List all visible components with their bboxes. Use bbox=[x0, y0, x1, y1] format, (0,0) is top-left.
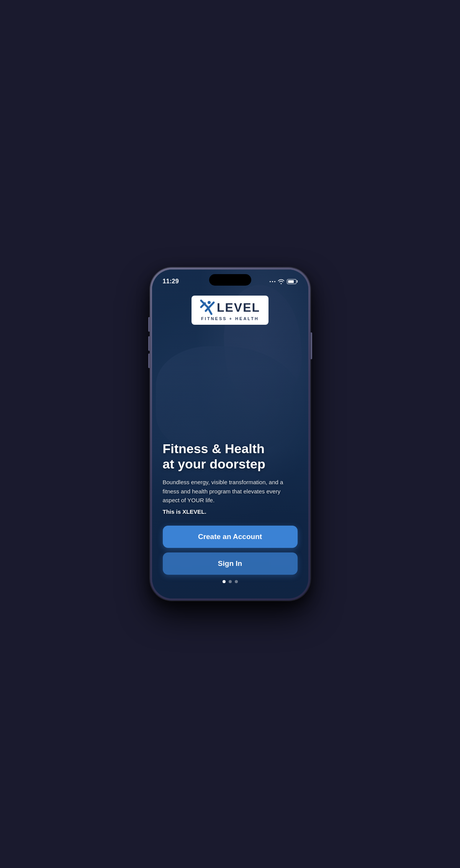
hero-tagline: This is XLEVEL. bbox=[163, 508, 298, 515]
phone-frame: 11:29 bbox=[150, 267, 311, 601]
status-icons bbox=[270, 279, 298, 284]
create-account-button[interactable]: Create an Account bbox=[163, 526, 298, 548]
dynamic-island bbox=[209, 274, 251, 286]
svg-point-3 bbox=[208, 301, 211, 304]
hero-headline: Fitness & Health at your doorstep bbox=[163, 441, 298, 472]
page-dot-2 bbox=[229, 580, 232, 583]
signal-icon bbox=[270, 281, 275, 282]
phone-screen: 11:29 bbox=[152, 270, 308, 598]
logo-box: LEVEL FITNESS + HEALTH bbox=[192, 296, 268, 325]
page-dot-3 bbox=[235, 580, 238, 583]
logo-subtitle: FITNESS + HEALTH bbox=[201, 316, 259, 321]
main-content: Fitness & Health at your doorstep Boundl… bbox=[152, 441, 308, 598]
screen-content: 11:29 bbox=[152, 270, 308, 598]
logo-brand: LEVEL bbox=[217, 301, 260, 314]
hero-description: Boundless energy, visible transformation… bbox=[163, 478, 298, 505]
logo-area: LEVEL FITNESS + HEALTH bbox=[152, 288, 308, 325]
sign-in-button[interactable]: Sign In bbox=[163, 552, 298, 575]
status-time: 11:29 bbox=[163, 278, 179, 285]
page-dot-1 bbox=[223, 580, 226, 583]
xlevel-logo-icon bbox=[200, 299, 216, 316]
wifi-icon bbox=[278, 279, 285, 284]
logo-main: LEVEL bbox=[200, 299, 260, 316]
battery-icon bbox=[287, 279, 298, 284]
page-indicator bbox=[163, 575, 298, 591]
